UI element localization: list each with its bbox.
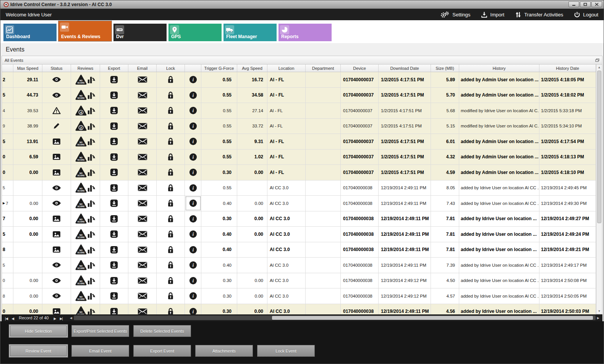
- table-row[interactable]: 00.00NOSCOREi0.300.00Al CC 3.00170400000…: [2, 304, 596, 315]
- review-chart-icon[interactable]: [87, 106, 96, 115]
- score-triangle-icon[interactable]: NOSCORE: [75, 74, 87, 85]
- review-chart-icon[interactable]: [87, 230, 96, 238]
- column-header-reviews[interactable]: Reviews: [71, 64, 100, 72]
- column-header-blank-0[interactable]: [2, 64, 13, 72]
- action-import[interactable]: Import: [481, 11, 504, 18]
- score-triangle-icon[interactable]: NOSCORE: [75, 291, 87, 301]
- scroll-right-icon[interactable]: ▶: [596, 316, 601, 320]
- lock-icon[interactable]: [167, 106, 174, 114]
- tab-reports[interactable]: Reports: [279, 24, 332, 41]
- info-icon[interactable]: i: [189, 122, 197, 130]
- eye-icon[interactable]: [52, 77, 61, 82]
- export-icon[interactable]: [110, 230, 118, 238]
- close-button[interactable]: [591, 2, 602, 7]
- email-icon[interactable]: [138, 308, 147, 314]
- table-row[interactable]: 80.00NOSCOREi0.300.00Al CC 3.00170400000…: [2, 288, 596, 304]
- email-icon[interactable]: [138, 154, 147, 160]
- eye-icon[interactable]: [52, 92, 61, 98]
- horizontal-scrollbar[interactable]: ◀ ▶: [68, 316, 601, 320]
- eye-icon[interactable]: [52, 278, 61, 283]
- lock-icon[interactable]: [167, 153, 174, 161]
- tab-fleet-manager[interactable]: Fleet Manager: [223, 24, 277, 41]
- info-icon[interactable]: i: [189, 261, 197, 269]
- action-logout[interactable]: Logout: [574, 11, 598, 18]
- pager-last-button[interactable]: ▶|: [58, 317, 64, 321]
- column-header-status[interactable]: Status: [42, 64, 71, 72]
- info-icon[interactable]: i: [189, 106, 197, 114]
- column-header-location[interactable]: Location: [267, 64, 306, 72]
- email-icon[interactable]: [138, 76, 147, 83]
- table-row[interactable]: 5NOSCOREi0.40Al CC 3.001704000003812/19/…: [2, 258, 596, 273]
- email-icon[interactable]: [138, 123, 147, 129]
- column-header-max-speed[interactable]: Max Speed: [13, 64, 42, 72]
- info-icon[interactable]: i: [189, 184, 197, 192]
- pager-next-button[interactable]: ▶: [52, 317, 58, 321]
- lock-icon[interactable]: [167, 308, 174, 314]
- lock-icon[interactable]: [167, 184, 174, 192]
- minimize-button[interactable]: [568, 2, 579, 7]
- table-row[interactable]: 00.00NOSCOREi0.300.00Al - FL017040000037…: [2, 165, 596, 180]
- export-icon[interactable]: [110, 153, 118, 161]
- info-icon[interactable]: i: [189, 199, 197, 207]
- export-icon[interactable]: [110, 246, 118, 254]
- score-triangle-icon[interactable]: NOSCORE: [75, 151, 87, 162]
- image-icon[interactable]: [52, 169, 61, 176]
- vertical-scrollbar-thumb[interactable]: [597, 71, 601, 223]
- export-icon[interactable]: [110, 137, 118, 145]
- lock-icon[interactable]: [167, 261, 174, 269]
- panel-restore-icon[interactable]: [595, 58, 599, 62]
- image-icon[interactable]: [52, 153, 61, 160]
- info-icon[interactable]: i: [189, 137, 197, 145]
- hide-selection-button[interactable]: Hide Selection: [10, 325, 67, 337]
- info-icon[interactable]: i: [189, 292, 197, 300]
- lock-icon[interactable]: [167, 277, 174, 285]
- email-icon[interactable]: [138, 246, 147, 253]
- delete-selected-events-button[interactable]: Delete Selected Events: [133, 325, 191, 337]
- scroll-left-icon[interactable]: ◀: [68, 316, 74, 320]
- column-header-export[interactable]: Export: [100, 64, 128, 72]
- lock-icon[interactable]: [167, 76, 174, 84]
- column-header-history-date[interactable]: History Date: [539, 64, 596, 72]
- pager-first-button[interactable]: |◀: [3, 317, 10, 321]
- table-row[interactable]: 8NOSCOREi0.40Al CC 3.001704000003812/19/…: [2, 242, 596, 258]
- review-chart-icon[interactable]: [87, 184, 96, 192]
- email-icon[interactable]: [138, 293, 147, 299]
- export-icon[interactable]: [110, 261, 118, 269]
- export-event-button[interactable]: Export Event: [133, 345, 191, 357]
- review-chart-icon[interactable]: [87, 276, 96, 285]
- eye-icon[interactable]: [52, 293, 61, 299]
- score-triangle-icon[interactable]: NOSCORE: [75, 244, 87, 255]
- info-icon[interactable]: i: [189, 308, 197, 314]
- image-icon[interactable]: [52, 231, 61, 238]
- column-header-history[interactable]: History: [459, 64, 539, 72]
- export-icon[interactable]: [110, 277, 118, 285]
- export-print-selected-events-button[interactable]: Export/Print Selected Events: [71, 325, 129, 337]
- review-chart-icon[interactable]: [87, 292, 96, 300]
- review-chart-icon[interactable]: [87, 214, 96, 223]
- tab-dvr[interactable]: Dvr: [113, 24, 167, 41]
- email-icon[interactable]: [138, 107, 147, 114]
- table-row[interactable]: 06.59NOSCOREi0.551.02Al - FL017040000037…: [2, 150, 596, 165]
- score-triangle-icon[interactable]: NOSCORE: [75, 306, 87, 314]
- score-triangle-icon[interactable]: NOSCORE: [75, 229, 87, 240]
- pager-prev-button[interactable]: ◀: [10, 317, 16, 321]
- column-header-email[interactable]: Email: [128, 64, 157, 72]
- column-header-device[interactable]: Device: [341, 64, 379, 72]
- review-chart-icon[interactable]: [87, 153, 96, 161]
- info-icon[interactable]: i: [189, 277, 197, 285]
- email-icon[interactable]: [138, 216, 147, 222]
- column-header-size-mb[interactable]: Size (MB): [431, 64, 459, 72]
- image-icon[interactable]: [52, 215, 61, 222]
- info-icon[interactable]: i: [189, 153, 197, 161]
- export-icon[interactable]: [110, 168, 118, 176]
- score-triangle-icon[interactable]: 4: [75, 105, 87, 116]
- export-icon[interactable]: [110, 91, 118, 99]
- eye-icon[interactable]: [52, 200, 61, 206]
- horizontal-scrollbar-thumb[interactable]: [272, 316, 593, 320]
- image-icon[interactable]: [52, 308, 61, 314]
- table-row[interactable]: 70.00NOSCOREi0.300.00Al CC 3.00170400000…: [2, 211, 596, 227]
- lock-icon[interactable]: [167, 199, 174, 207]
- info-icon[interactable]: i: [189, 76, 197, 84]
- email-icon[interactable]: [138, 92, 147, 98]
- review-chart-icon[interactable]: [87, 137, 96, 146]
